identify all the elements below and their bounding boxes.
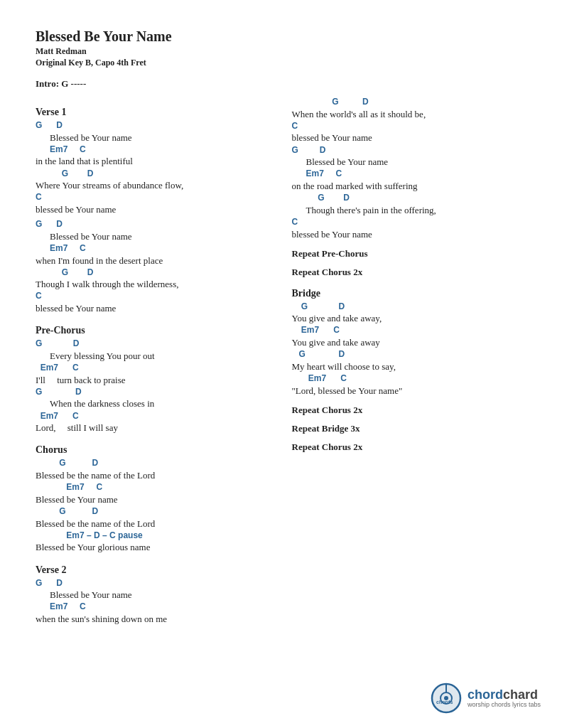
verse2-label: Verse 2 [36,564,271,576]
watermark: chords chordchard worship chords lyrics … [431,682,541,714]
lyric-line: Blessed be Your name [36,589,271,601]
lyric-line: blessed be Your name [292,132,527,144]
chord-line: Em7 C [36,482,271,493]
watermark-brand: chordchard [468,688,538,701]
chord-line: G D [292,193,527,204]
song-artist: Matt Redman [36,46,526,57]
chord-line: G D [36,120,271,132]
lyric-line: Every blessing You pour out [36,350,271,363]
chord-line: Em7 C [292,373,527,385]
intro-line: Intro: G ----- [36,78,526,90]
chord-line: G D [292,97,527,108]
repeat-chorus-2x-3: Repeat Chorus 2x [292,441,527,453]
lyric-line: Lord, still I will say [36,422,271,434]
repeat-bridge-3x: Repeat Bridge 3x [292,423,527,434]
chord-line: Em7 C [36,363,271,374]
lyric-line: Blessed be Your name [36,493,271,506]
repeat-chorus-2x-1: Repeat Chorus 2x [292,267,527,278]
right-column: G D When the world's all as it should be… [292,97,527,628]
lyric-line: You give and take away, [292,312,527,325]
chord-line: Em7 C [36,144,271,156]
chord-line: G D [36,267,271,279]
chord-line: G D [36,168,271,180]
lyric-line: My heart will choose to say, [292,360,527,373]
lyric-line: "Lord, blessed be Your name" [292,385,527,397]
chord-line: Em7 C [36,411,271,422]
lyric-line: You give and take away [292,336,527,349]
chord-line: C [36,192,271,203]
left-column: Verse 1 G D Blessed be Your name Em7 C i… [36,97,271,628]
lyric-line: Where Your streams of abundance flow, [36,179,271,192]
chord-line: C [292,121,527,132]
lyric-line: blessed be Your name [292,228,527,241]
watermark-text: chordchard worship chords lyrics tabs [468,688,541,708]
chord-line: Em7 C [36,243,271,255]
chord-line: G D [36,387,271,398]
chord-line: G D [36,219,271,230]
lyric-line: Blessed be the name of the Lord [36,469,271,482]
repeat-chorus-2x-2: Repeat Chorus 2x [292,405,527,416]
watermark-logo-icon: chords [431,682,462,714]
chord-line: G D [292,301,527,313]
repeat-pre-chorus: Repeat Pre-Chorus [292,248,527,259]
chord-line: C [36,291,271,302]
lyric-line: when I'm found in the desert place [36,255,271,267]
lyric-line: when the sun's shining down on me [36,613,271,626]
pre-chorus-label: Pre-Chorus [36,325,271,336]
lyric-line: When the darkness closes in [36,397,271,410]
lyric-line: When the world's all as it should be, [292,108,527,121]
verse1-label: Verse 1 [36,107,271,118]
chord-line: Em7 C [292,168,527,180]
lyric-line: in the land that is plentiful [36,155,271,168]
chord-line: G D [292,145,527,156]
chord-line: Em7 C [36,601,271,613]
lyric-line: Blessed be Your name [292,156,527,168]
chord-line: G D [36,578,271,589]
chord-line: G D [36,506,271,518]
chord-line: Em7 – D – C pause [36,530,271,542]
lyric-line: blessed be Your name [36,203,271,216]
bridge-label: Bridge [292,288,527,299]
chord-line: G D [36,338,271,350]
lyric-line: I'll turn back to praise [36,374,271,387]
lyric-line: Blessed be Your name [36,132,271,144]
song-key: Original Key B, Capo 4th Fret [36,58,526,68]
chorus-label: Chorus [36,444,271,456]
chord-line: G D [292,349,527,360]
lyric-line: on the road marked with suffering [292,180,527,193]
lyric-line: Though I walk through the wilderness, [36,278,271,291]
chord-line: G D [36,458,271,469]
chord-line: C [292,217,527,228]
lyric-line: Though there's pain in the offering, [292,204,527,217]
chord-line: Em7 C [292,325,527,336]
lyric-line: Blessed be the name of the Lord [36,518,271,530]
lyric-line: Blessed be Your name [36,230,271,243]
svg-text:chords: chords [436,700,453,705]
lyric-line: Blessed be Your glorious name [36,541,271,554]
watermark-sub: worship chords lyrics tabs [468,701,541,708]
lyric-line: blessed be Your name [36,302,271,315]
song-title: Blessed Be Your Name [36,28,526,45]
